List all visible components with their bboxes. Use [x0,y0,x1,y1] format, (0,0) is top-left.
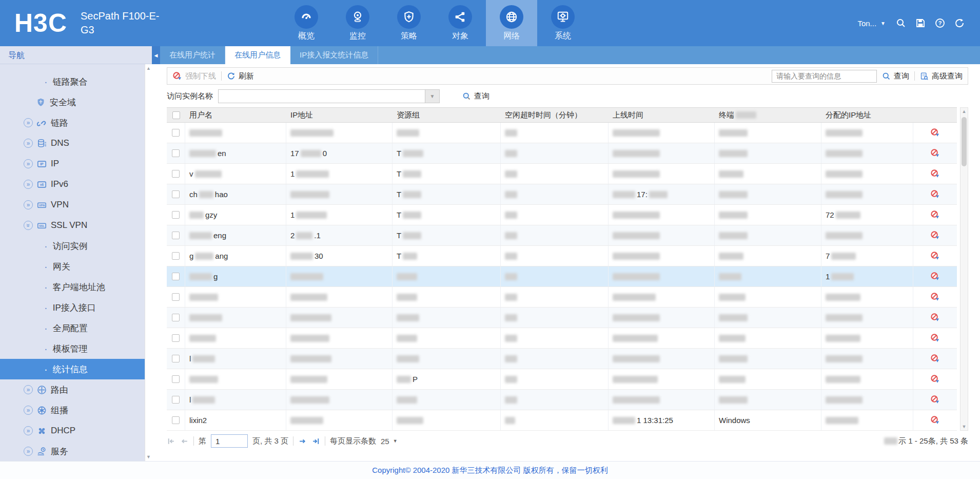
top-nav-item-网络[interactable]: 网络 [486,0,537,46]
table-row[interactable]: l [167,349,957,369]
row-checkbox[interactable] [172,149,180,157]
table-row[interactable]: P [167,369,957,390]
force-offline-button[interactable]: 强制下线 [172,71,216,81]
row-checkbox[interactable] [172,314,180,321]
expand-icon[interactable]: » [24,426,33,435]
sidebar-item-访问实例[interactable]: ·访问实例 [0,236,145,256]
sidebar-item-客户端地址池[interactable]: ·客户端地址池 [0,277,145,297]
force-offline-row-icon[interactable] [930,374,940,384]
sidebar-item-模板管理[interactable]: ·模板管理 [0,338,145,359]
sidebar-item-统计信息[interactable]: ·统计信息 [0,359,145,379]
last-page-button[interactable] [311,437,320,446]
row-checkbox[interactable] [172,416,180,424]
sidebar-item-IP[interactable]: »IPIP [0,154,145,174]
next-page-button[interactable] [298,437,307,446]
sidebar-item-安全域[interactable]: 安全域 [0,92,145,112]
top-nav-item-策略[interactable]: 策略 [383,0,435,46]
logout-icon[interactable] [954,18,965,28]
tab-在线用户统计[interactable]: 在线用户统计 [160,46,225,64]
page-number-input[interactable] [211,434,248,448]
expand-icon[interactable]: » [24,159,33,168]
sidebar-scrollbar[interactable]: ▲ ▼ [145,64,152,461]
query-button[interactable]: 查询 [882,71,909,81]
top-nav-item-系统[interactable]: 系统 [537,0,589,46]
collapse-icon[interactable]: » [24,221,33,230]
row-checkbox[interactable] [172,273,180,280]
filter-query-button[interactable]: 查询 [462,91,489,101]
force-offline-row-icon[interactable] [930,292,940,302]
combobox-dropdown-button[interactable]: ▼ [425,90,439,103]
force-offline-row-icon[interactable] [930,395,940,405]
scroll-down-icon[interactable]: ▼ [962,424,967,429]
expand-icon[interactable]: » [24,139,33,148]
refresh-button[interactable]: 刷新 [227,71,254,81]
sidebar-item-链路[interactable]: »链路 [0,112,145,133]
select-all-checkbox[interactable] [172,111,180,119]
first-page-button[interactable] [167,437,175,446]
sidebar-item-全局配置[interactable]: ·全局配置 [0,318,145,338]
sidebar-item-SSL VPN[interactable]: »SSLSSL VPN [0,215,145,236]
expand-icon[interactable]: » [24,447,33,456]
row-checkbox[interactable] [172,355,180,362]
sidebar-collapse-button[interactable]: ◀ [152,46,160,64]
force-offline-row-icon[interactable] [930,313,940,322]
sidebar-item-服务[interactable]: »服务 [0,441,145,461]
row-checkbox[interactable] [172,252,180,260]
advanced-query-button[interactable]: 高级查询 [920,71,963,81]
table-row[interactable] [167,308,957,328]
sidebar-item-组播[interactable]: »组播 [0,400,145,420]
table-row[interactable] [167,287,957,308]
table-row[interactable]: eng2.1T [167,225,957,246]
force-offline-row-icon[interactable] [930,231,940,240]
table-row[interactable]: l [167,390,957,410]
sidebar-item-DNS[interactable]: »DNS [0,133,145,154]
row-checkbox[interactable] [172,211,180,219]
force-offline-row-icon[interactable] [930,272,940,281]
prev-page-button[interactable] [180,437,189,446]
table-scrollbar[interactable]: ▲ ▼ [960,107,968,431]
sidebar-item-DHCP[interactable]: »DHCP [0,420,145,441]
row-checkbox[interactable] [172,375,180,383]
expand-icon[interactable]: » [24,180,33,189]
table-row[interactable]: lixin21 13:31:25Windows [167,410,957,431]
table-row[interactable] [167,123,957,143]
table-row[interactable] [167,328,957,349]
instance-name-combobox[interactable]: ▼ [218,89,440,103]
expand-icon[interactable]: » [24,200,33,209]
table-row[interactable]: gang30T7 [167,246,957,266]
force-offline-row-icon[interactable] [930,189,940,199]
tab-IP接入报文统计信息[interactable]: IP接入报文统计信息 [290,46,378,64]
save-icon[interactable] [915,18,926,28]
scrollbar-thumb[interactable] [962,117,967,166]
expand-icon[interactable]: » [24,385,33,394]
expand-icon[interactable]: » [24,406,33,415]
force-offline-row-icon[interactable] [930,169,940,179]
top-nav-item-监控[interactable]: 监控 [332,0,383,46]
scroll-up-icon[interactable]: ▲ [146,66,151,71]
force-offline-row-icon[interactable] [930,251,940,261]
top-nav-item-对象[interactable]: 对象 [435,0,486,46]
force-offline-row-icon[interactable] [930,128,940,138]
search-icon[interactable] [896,18,906,28]
table-row[interactable]: gzy1T72 [167,205,957,225]
force-offline-row-icon[interactable] [930,415,940,425]
force-offline-row-icon[interactable] [930,333,940,343]
scroll-up-icon[interactable]: ▲ [962,109,967,114]
row-checkbox[interactable] [172,190,180,198]
top-nav-item-概览[interactable]: 概览 [281,0,332,46]
force-offline-row-icon[interactable] [930,354,940,363]
row-checkbox[interactable] [172,334,180,342]
table-row[interactable]: en170T [167,143,957,164]
table-row[interactable]: v1T [167,164,957,184]
scroll-down-icon[interactable]: ▼ [146,454,151,459]
sidebar-item-IPv6[interactable]: »v6IPv6 [0,174,145,195]
sidebar-item-IP接入接口[interactable]: ·IP接入接口 [0,297,145,318]
table-row[interactable]: g1 [167,266,957,287]
help-icon[interactable]: ? [935,18,945,28]
sidebar-item-网关[interactable]: ·网关 [0,256,145,277]
row-checkbox[interactable] [172,170,180,178]
row-checkbox[interactable] [172,232,180,239]
row-checkbox[interactable] [172,293,180,301]
sidebar-item-VPN[interactable]: »VPNVPN [0,195,145,215]
row-checkbox[interactable] [172,396,180,404]
